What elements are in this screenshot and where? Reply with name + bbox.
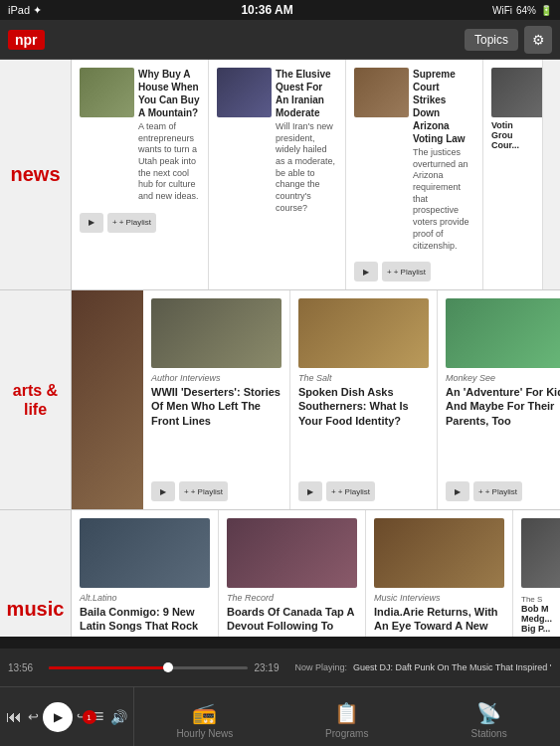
plus-icon-a2: + [331,487,336,496]
battery-level: 64% [516,5,536,16]
now-playing-title: Guest DJ: Daft Punk On The Music That In… [353,662,552,672]
arts-card-1-play[interactable]: ▶ [151,481,175,501]
news-cards: Why Buy A House When You Can Buy A Mount… [72,60,560,289]
now-playing-label: Now Playing: [294,662,347,672]
volume-button[interactable]: 🔊 [108,709,129,725]
settings-button[interactable]: ⚙ [524,26,552,54]
news-section: news Why Buy A House When You Can Buy A … [0,60,560,290]
arts-card-3-play[interactable]: ▶ [446,481,469,501]
playlist-label-a1: + Playlist [191,487,223,496]
playlist-label-a2: + Playlist [338,487,370,496]
tab-stations[interactable]: 📡 Stations [418,687,560,746]
arts-card-1-actions: ▶ + + Playlist [151,481,281,501]
music-card-1-title: Baila Conmigo: 9 New Latin Songs That Ro… [80,605,210,637]
tab-hourly-news[interactable]: 📻 Hourly News [134,687,277,746]
music-card-2: The Record Boards Of Canada Tap A Devout… [219,510,366,637]
news-card-2-title: The Elusive Quest For An Iranian Moderat… [276,68,337,119]
music-card-1-img [80,518,210,588]
music-cards: Alt.Latino Baila Conmigo: 9 New Latin So… [72,510,560,637]
news-card-2-thumb [217,68,272,117]
time-elapsed: 13:56 [8,662,43,673]
skip-back-button[interactable]: ↩ [26,709,41,724]
arts-card-1-category: Author Interviews [151,373,281,383]
top-nav: npr Topics ⚙ [0,20,560,60]
arts-card-1: Author Interviews WWII 'Deserters': Stor… [143,290,290,509]
arts-card-1-playlist[interactable]: + + Playlist [179,481,228,501]
music-card-4-img [521,518,560,588]
status-bar: iPad ✦ 10:36 AM WiFi 64% 🔋 [0,0,560,20]
status-right: WiFi 64% 🔋 [492,5,552,16]
battery-icon: 🔋 [540,5,552,16]
stations-label: Stations [471,728,507,739]
arts-card-2-actions: ▶ + + Playlist [298,481,429,501]
arts-section: arts & life Author Interviews WWII 'Dese… [0,290,560,510]
status-time: 10:36 AM [241,3,292,17]
news-card-1-play[interactable]: ▶ [80,213,103,233]
arts-card-2-title: Spoken Dish Asks Southerners: What Is Yo… [298,385,429,475]
music-card-3-title: India.Arie Returns, With An Eye Toward A… [374,605,504,637]
news-card-1-thumb [80,68,134,117]
music-card-4: The S Bob M Medg... Big P... [513,510,560,637]
news-card-3-title: Supreme Court Strikes Down Arizona Votin… [413,68,474,145]
music-card-4-category: The S [521,595,560,604]
npr-logo[interactable]: npr [8,30,45,50]
arts-card-3-category: Monkey See [446,373,560,383]
plus-icon-a3: + [478,487,483,496]
arts-card-2: The Salt Spoken Dish Asks Southerners: W… [290,290,438,509]
tab-programs[interactable]: 📋 Programs [276,687,418,746]
playlist-label-1: + Playlist [119,218,151,227]
arts-side-image [72,290,143,509]
news-card-2: The Elusive Quest For An Iranian Moderat… [209,60,346,289]
music-card-3-category: Music Interviews [374,593,504,603]
player-bar: 13:56 23:19 Now Playing: Guest DJ: Daft … [0,649,560,686]
arts-card-3-playlist[interactable]: + + Playlist [473,481,522,501]
programs-icon: 📋 [334,701,359,725]
news-label: news [0,60,72,289]
playlist-label-a3: + Playlist [485,487,517,496]
arts-card-3-img [446,298,560,368]
music-card-2-title: Boards Of Canada Tap A Devout Following … [227,605,357,637]
playlist-label-3: + Playlist [394,268,426,277]
plus-icon-a1: + [184,487,189,496]
news-card-2-desc: Will Iran's new president, widely hailed… [276,121,337,215]
arts-card-3-actions: ▶ + + Playlist [446,481,560,501]
plus-icon: + [112,218,117,227]
queue-badge: 1 [83,710,96,724]
plus-icon-3: + [387,268,392,277]
progress-knob [163,662,173,672]
news-card-4-title: Votin Grou Cour... [491,120,534,150]
news-card-2-text: The Elusive Quest For An Iranian Moderat… [276,68,337,215]
music-card-2-img [227,518,357,588]
news-card-3-play[interactable]: ▶ [354,262,378,281]
programs-label: Programs [325,728,368,739]
news-card-3-thumb [354,68,409,117]
news-card-1-text: Why Buy A House When You Can Buy A Mount… [138,68,200,203]
music-card-2-category: The Record [227,593,357,603]
news-card-3-desc: The justices overturned an Arizona requi… [413,147,474,252]
news-card-1-desc: A team of entrepreneurs wants to turn a … [138,121,200,203]
arts-card-2-playlist[interactable]: + + Playlist [326,481,375,501]
main-content: news Why Buy A House When You Can Buy A … [0,60,560,637]
wifi-icon: WiFi [492,5,512,16]
music-section: music Alt.Latino Baila Conmigo: 9 New La… [0,510,560,637]
music-card-4-title: Bob M Medg... Big P... [521,604,560,634]
play-pause-button[interactable]: ▶ [43,702,73,732]
news-card-3-playlist[interactable]: + + Playlist [382,262,431,281]
progress-track[interactable] [49,666,248,669]
player-controls: ⏮ ↩ ▶ ↪ ≡ 1 🔊 [0,687,134,746]
hourly-news-icon: 📻 [192,701,217,725]
arts-card-2-play[interactable]: ▶ [298,481,322,501]
news-card-3-actions: ▶ + + Playlist [354,262,474,281]
news-card-1-playlist[interactable]: + + Playlist [107,213,156,233]
music-card-3-img [374,518,504,588]
arts-card-1-title: WWII 'Deserters': Stories Of Men Who Lef… [151,385,281,475]
rewind-button[interactable]: ⏮ [4,708,24,726]
news-card-4-thumb [491,68,543,117]
arts-cards: Author Interviews WWII 'Deserters': Stor… [143,290,560,509]
queue-btn-wrapper: ≡ 1 [92,706,106,727]
news-card-4: Votin Grou Cour... [483,60,543,289]
ipad-label: iPad ✦ [8,4,42,17]
news-card-3: Supreme Court Strikes Down Arizona Votin… [346,60,483,289]
music-card-1-category: Alt.Latino [80,593,210,603]
topics-button[interactable]: Topics [465,29,518,51]
